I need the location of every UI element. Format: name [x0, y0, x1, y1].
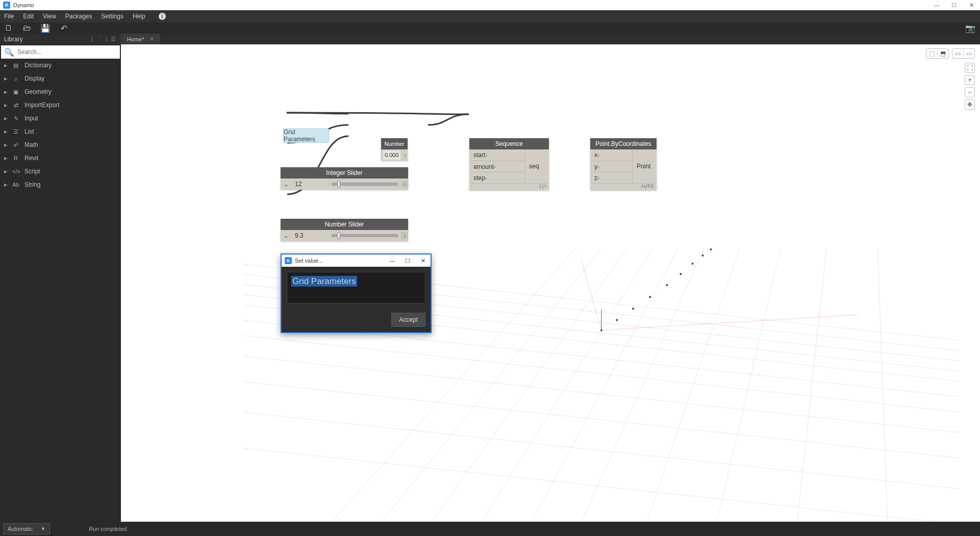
chevron-down-icon: ▼ [41, 526, 45, 531]
menu-settings[interactable]: Settings [102, 13, 123, 20]
svg-point-25 [616, 319, 618, 321]
svg-point-29 [680, 273, 682, 275]
svg-point-28 [666, 284, 668, 286]
svg-line-10 [243, 443, 960, 522]
new-file-icon[interactable]: 🗋 [4, 23, 13, 33]
run-mode-dropdown[interactable]: Automatic ▼ [3, 523, 50, 534]
tab-close-icon[interactable]: ✕ [149, 36, 154, 42]
category-script[interactable]: ▶</>Script [0, 165, 121, 178]
slider-expand-icon[interactable]: ⌄ [281, 181, 292, 188]
node-integer-slider-header: Integer Slider [281, 167, 408, 178]
svg-point-24 [600, 329, 602, 331]
node-number[interactable]: Number 0.000 › [381, 138, 408, 161]
node-number-slider-header: Number Slider [281, 219, 408, 230]
category-dictionary[interactable]: ▶▤Dictionary [0, 59, 121, 72]
menu-view[interactable]: View [43, 13, 56, 20]
svg-line-16 [576, 248, 704, 522]
category-revit[interactable]: ▶RRevit [0, 151, 121, 165]
run-mode-label: Automatic [8, 526, 33, 532]
open-file-icon[interactable]: 🗁 [22, 23, 32, 33]
category-string[interactable]: ▶AbString [0, 178, 121, 191]
info-icon[interactable]: i [159, 13, 166, 20]
category-display[interactable]: ▶⌕Display [0, 72, 121, 85]
node-integer-slider[interactable]: Integer Slider ⌄ 12 › [281, 167, 408, 190]
svg-line-21 [581, 259, 601, 330]
dialog-title: Set value... [295, 258, 323, 264]
category-list[interactable]: ▶☰List [0, 125, 121, 138]
undo-icon[interactable]: ↶ [59, 23, 68, 33]
maximize-button[interactable]: ☐ [945, 0, 963, 10]
window-title: Dynamo [13, 2, 34, 8]
integer-slider-track[interactable] [332, 183, 398, 186]
output-port-icon[interactable]: › [401, 232, 408, 239]
menu-help[interactable]: Help [133, 13, 145, 20]
view-3d-toggle[interactable]: ⬚⬒ [926, 48, 949, 59]
pan-button[interactable]: ✥ [965, 99, 975, 110]
fit-view-button[interactable]: ⛶ [965, 63, 975, 73]
library-title: Library [4, 36, 23, 43]
svg-point-30 [691, 263, 693, 265]
dialog-close-button[interactable]: ✕ [415, 254, 431, 267]
chevron-right-icon: › [597, 164, 599, 170]
library-search[interactable]: 🔍 [1, 45, 120, 59]
slider-expand-icon[interactable]: ⌄ [281, 232, 292, 239]
tab-label: Home* [127, 36, 144, 42]
save-file-icon[interactable]: 💾 [41, 23, 50, 33]
zoom-out-button[interactable]: − [965, 87, 975, 97]
svg-line-8 [243, 376, 960, 458]
chevron-right-icon: › [485, 152, 487, 158]
node-number-header: Number [381, 138, 408, 149]
app-icon: R [3, 2, 10, 9]
svg-point-27 [649, 296, 651, 298]
menu-packages[interactable]: Packages [65, 13, 92, 20]
menu-bar: File Edit View Packages Settings Help i [0, 10, 980, 22]
tab-home[interactable]: Home* ✕ [121, 34, 161, 44]
port-amount[interactable]: amount [473, 163, 494, 170]
zoom-in-button[interactable]: + [965, 75, 975, 85]
port-seq[interactable]: seq [529, 163, 539, 170]
svg-line-14 [473, 248, 652, 522]
graph-canvas[interactable]: ⬚⬒ ▭▭ ⛶ + − ✥ [121, 44, 980, 522]
number-slider-track[interactable] [332, 234, 398, 237]
node-point-by-coordinates[interactable]: Point.ByCoordinates x› y› z› Point AUTO [590, 138, 657, 190]
category-importexport[interactable]: ▶⇄ImportExport [0, 98, 121, 112]
screenshot-icon[interactable]: 📷 [966, 23, 975, 33]
category-math[interactable]: ▶x²Math [0, 138, 121, 151]
lacing-indicator[interactable]: | | \ [469, 183, 549, 190]
menu-edit[interactable]: Edit [23, 13, 34, 20]
dialog-minimize-button[interactable]: — [385, 254, 400, 267]
library-view-icons[interactable]: | ⋮ | ☰ [91, 36, 117, 42]
node-number-value[interactable]: 0.000 [383, 150, 400, 160]
chevron-right-icon: › [494, 164, 496, 170]
node-number-slider[interactable]: Number Slider ⌄ 9.3 › [281, 219, 408, 241]
category-geometry[interactable]: ▶▣Geometry [0, 85, 121, 98]
port-step[interactable]: step [473, 174, 485, 182]
number-slider-value[interactable]: 9.3 [292, 232, 329, 239]
menu-file[interactable]: File [4, 13, 14, 20]
dialog-text-input[interactable]: Grid Parameters [287, 272, 425, 303]
output-port-icon[interactable]: › [401, 181, 408, 188]
svg-line-17 [642, 248, 740, 522]
lacing-indicator[interactable]: AUTO [590, 183, 657, 190]
library-sidebar: Library | ⋮ | ☰ 🔍 ▶▤Dictionary ▶⌕Display… [0, 34, 121, 522]
close-button[interactable]: ✕ [963, 0, 980, 10]
node-sequence[interactable]: Sequence start› amount› step› seq | | \ [469, 138, 549, 190]
search-icon: 🔍 [4, 47, 14, 57]
dialog-titlebar[interactable]: R Set value... — ☐ ✕ [282, 254, 431, 267]
category-input[interactable]: ▶✎Input [0, 112, 121, 125]
library-category-list: ▶▤Dictionary ▶⌕Display ▶▣Geometry ▶⇄Impo… [0, 59, 121, 522]
chevron-right-icon: › [485, 175, 487, 181]
view-nav-toggle[interactable]: ▭▭ [952, 48, 975, 59]
integer-slider-value[interactable]: 12 [292, 181, 329, 188]
svg-line-9 [243, 407, 960, 489]
set-value-dialog[interactable]: R Set value... — ☐ ✕ Grid Parameters Acc… [281, 253, 432, 333]
group-note[interactable]: Grid Parameters [283, 129, 329, 143]
dialog-maximize-button[interactable]: ☐ [400, 254, 415, 267]
accept-button[interactable]: Accept [391, 313, 425, 327]
search-input[interactable] [17, 48, 117, 56]
minimize-button[interactable]: — [928, 0, 945, 10]
port-start[interactable]: start [473, 151, 485, 159]
svg-line-6 [243, 330, 960, 412]
svg-point-26 [632, 308, 634, 310]
port-point[interactable]: Point [637, 163, 650, 170]
